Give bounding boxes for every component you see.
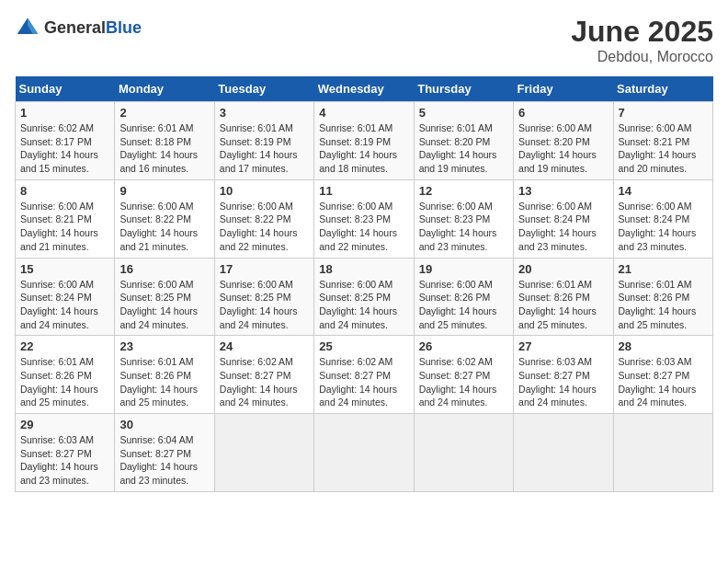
day-number: 19 xyxy=(419,262,508,276)
header-tuesday: Tuesday xyxy=(214,76,313,102)
calendar-cell xyxy=(314,414,414,492)
day-info: Sunrise: 6:02 AMSunset: 8:17 PMDaylight:… xyxy=(20,121,109,176)
day-number: 29 xyxy=(20,418,109,431)
calendar-week-row: 29 Sunrise: 6:03 AMSunset: 8:27 PMDaylig… xyxy=(16,414,713,492)
day-number: 14 xyxy=(619,184,708,198)
location-title: Debdou, Morocco xyxy=(571,49,713,65)
day-info: Sunrise: 6:00 AMSunset: 8:23 PMDaylight:… xyxy=(319,200,408,254)
calendar-cell: 6 Sunrise: 6:00 AMSunset: 8:20 PMDayligh… xyxy=(514,102,613,180)
logo-icon xyxy=(15,15,40,40)
calendar-cell: 1 Sunrise: 6:02 AMSunset: 8:17 PMDayligh… xyxy=(16,102,115,180)
day-info: Sunrise: 6:01 AMSunset: 8:26 PMDaylight:… xyxy=(518,278,608,332)
day-number: 2 xyxy=(119,106,209,120)
day-number: 22 xyxy=(20,339,109,353)
calendar-cell xyxy=(613,414,712,492)
day-info: Sunrise: 6:00 AMSunset: 8:22 PMDaylight:… xyxy=(220,200,309,254)
day-info: Sunrise: 6:01 AMSunset: 8:26 PMDaylight:… xyxy=(119,355,209,409)
calendar-week-row: 1 Sunrise: 6:02 AMSunset: 8:17 PMDayligh… xyxy=(16,102,713,180)
day-number: 23 xyxy=(119,339,209,353)
calendar-cell: 30 Sunrise: 6:04 AMSunset: 8:27 PMDaylig… xyxy=(115,414,214,492)
calendar-cell: 14 Sunrise: 6:00 AMSunset: 8:24 PMDaylig… xyxy=(613,179,712,258)
calendar-cell: 26 Sunrise: 6:02 AMSunset: 8:27 PMDaylig… xyxy=(414,336,513,414)
day-info: Sunrise: 6:00 AMSunset: 8:20 PMDaylight:… xyxy=(518,121,608,176)
day-info: Sunrise: 6:01 AMSunset: 8:19 PMDaylight:… xyxy=(220,121,309,176)
day-number: 18 xyxy=(319,262,408,276)
day-number: 17 xyxy=(220,262,309,276)
logo: GeneralBlue xyxy=(15,15,142,40)
calendar-cell: 7 Sunrise: 6:00 AMSunset: 8:21 PMDayligh… xyxy=(613,102,712,180)
day-info: Sunrise: 6:02 AMSunset: 8:27 PMDaylight:… xyxy=(220,355,309,409)
day-info: Sunrise: 6:00 AMSunset: 8:25 PMDaylight:… xyxy=(220,278,309,332)
day-info: Sunrise: 6:00 AMSunset: 8:22 PMDaylight:… xyxy=(119,200,209,254)
calendar-cell: 24 Sunrise: 6:02 AMSunset: 8:27 PMDaylig… xyxy=(214,336,313,414)
day-number: 25 xyxy=(319,339,408,353)
calendar-cell: 25 Sunrise: 6:02 AMSunset: 8:27 PMDaylig… xyxy=(314,336,414,414)
calendar-header-row: SundayMondayTuesdayWednesdayThursdayFrid… xyxy=(16,76,713,102)
header-friday: Friday xyxy=(514,76,613,102)
day-info: Sunrise: 6:01 AMSunset: 8:26 PMDaylight:… xyxy=(619,278,708,332)
calendar-cell: 16 Sunrise: 6:00 AMSunset: 8:25 PMDaylig… xyxy=(115,258,214,336)
calendar-cell: 15 Sunrise: 6:00 AMSunset: 8:24 PMDaylig… xyxy=(16,258,115,336)
calendar-cell: 29 Sunrise: 6:03 AMSunset: 8:27 PMDaylig… xyxy=(16,414,115,492)
calendar-cell xyxy=(214,414,313,492)
day-number: 28 xyxy=(619,339,708,353)
header-sunday: Sunday xyxy=(16,76,115,102)
day-info: Sunrise: 6:00 AMSunset: 8:21 PMDaylight:… xyxy=(619,121,708,176)
calendar-cell xyxy=(414,414,513,492)
day-info: Sunrise: 6:01 AMSunset: 8:19 PMDaylight:… xyxy=(319,121,408,176)
calendar-cell: 9 Sunrise: 6:00 AMSunset: 8:22 PMDayligh… xyxy=(115,179,214,258)
day-number: 7 xyxy=(619,106,708,120)
day-number: 30 xyxy=(119,418,209,431)
day-number: 1 xyxy=(20,106,109,120)
page-header: GeneralBlue June 2025 Debdou, Morocco xyxy=(15,15,713,65)
day-info: Sunrise: 6:00 AMSunset: 8:21 PMDaylight:… xyxy=(20,200,109,254)
day-info: Sunrise: 6:01 AMSunset: 8:20 PMDaylight:… xyxy=(419,121,508,176)
day-number: 4 xyxy=(319,106,408,120)
day-info: Sunrise: 6:00 AMSunset: 8:23 PMDaylight:… xyxy=(419,200,508,254)
calendar-week-row: 8 Sunrise: 6:00 AMSunset: 8:21 PMDayligh… xyxy=(16,179,713,258)
calendar-cell: 11 Sunrise: 6:00 AMSunset: 8:23 PMDaylig… xyxy=(314,179,414,258)
day-info: Sunrise: 6:03 AMSunset: 8:27 PMDaylight:… xyxy=(619,355,708,409)
day-number: 11 xyxy=(319,184,408,198)
day-info: Sunrise: 6:00 AMSunset: 8:26 PMDaylight:… xyxy=(419,278,508,332)
calendar-cell: 22 Sunrise: 6:01 AMSunset: 8:26 PMDaylig… xyxy=(16,336,115,414)
day-info: Sunrise: 6:02 AMSunset: 8:27 PMDaylight:… xyxy=(419,355,508,409)
day-number: 9 xyxy=(119,184,209,198)
day-info: Sunrise: 6:00 AMSunset: 8:24 PMDaylight:… xyxy=(518,200,608,254)
day-info: Sunrise: 6:01 AMSunset: 8:26 PMDaylight:… xyxy=(20,355,109,409)
day-number: 15 xyxy=(20,262,109,276)
header-monday: Monday xyxy=(115,76,214,102)
day-number: 12 xyxy=(419,184,508,198)
month-title: June 2025 xyxy=(571,15,713,49)
calendar-week-row: 22 Sunrise: 6:01 AMSunset: 8:26 PMDaylig… xyxy=(16,336,713,414)
header-wednesday: Wednesday xyxy=(314,76,414,102)
day-number: 3 xyxy=(220,106,309,120)
day-info: Sunrise: 6:03 AMSunset: 8:27 PMDaylight:… xyxy=(20,433,109,488)
day-number: 16 xyxy=(119,262,209,276)
day-number: 24 xyxy=(220,339,309,353)
calendar-cell: 27 Sunrise: 6:03 AMSunset: 8:27 PMDaylig… xyxy=(514,336,613,414)
calendar-cell: 4 Sunrise: 6:01 AMSunset: 8:19 PMDayligh… xyxy=(314,102,414,180)
calendar-cell: 21 Sunrise: 6:01 AMSunset: 8:26 PMDaylig… xyxy=(613,258,712,336)
calendar-cell: 19 Sunrise: 6:00 AMSunset: 8:26 PMDaylig… xyxy=(414,258,513,336)
day-info: Sunrise: 6:03 AMSunset: 8:27 PMDaylight:… xyxy=(518,355,608,409)
calendar-cell: 28 Sunrise: 6:03 AMSunset: 8:27 PMDaylig… xyxy=(613,336,712,414)
calendar-cell: 10 Sunrise: 6:00 AMSunset: 8:22 PMDaylig… xyxy=(214,179,313,258)
header-saturday: Saturday xyxy=(613,76,712,102)
calendar-cell: 2 Sunrise: 6:01 AMSunset: 8:18 PMDayligh… xyxy=(115,102,214,180)
calendar-cell: 5 Sunrise: 6:01 AMSunset: 8:20 PMDayligh… xyxy=(414,102,513,180)
day-number: 5 xyxy=(419,106,508,120)
day-number: 21 xyxy=(619,262,708,276)
day-info: Sunrise: 6:00 AMSunset: 8:25 PMDaylight:… xyxy=(319,278,408,332)
day-number: 26 xyxy=(419,339,508,353)
calendar-cell: 23 Sunrise: 6:01 AMSunset: 8:26 PMDaylig… xyxy=(115,336,214,414)
calendar-cell: 8 Sunrise: 6:00 AMSunset: 8:21 PMDayligh… xyxy=(16,179,115,258)
day-number: 8 xyxy=(20,184,109,198)
logo-text: GeneralBlue xyxy=(44,18,142,38)
calendar-cell: 13 Sunrise: 6:00 AMSunset: 8:24 PMDaylig… xyxy=(514,179,613,258)
calendar-cell: 18 Sunrise: 6:00 AMSunset: 8:25 PMDaylig… xyxy=(314,258,414,336)
day-number: 20 xyxy=(518,262,608,276)
calendar-week-row: 15 Sunrise: 6:00 AMSunset: 8:24 PMDaylig… xyxy=(16,258,713,336)
calendar-cell xyxy=(514,414,613,492)
calendar-cell: 20 Sunrise: 6:01 AMSunset: 8:26 PMDaylig… xyxy=(514,258,613,336)
